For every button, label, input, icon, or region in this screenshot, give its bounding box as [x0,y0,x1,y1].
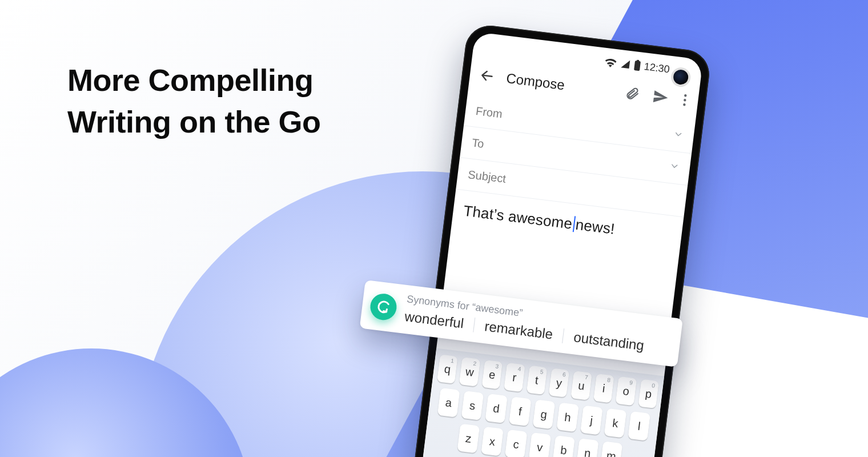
compose-fields: From To Subject [451,94,696,258]
from-label: From [475,105,503,121]
overflow-icon[interactable] [678,90,691,110]
key-e[interactable]: e3 [481,360,503,389]
key-h[interactable]: h [556,402,579,432]
back-icon[interactable] [477,66,497,86]
key-hint: 9 [629,379,633,386]
key-m[interactable]: m [600,441,623,457]
key-c[interactable]: c [505,430,528,457]
key-hint: 6 [562,371,566,378]
wifi-icon [604,57,617,69]
key-y[interactable]: y6 [549,368,570,397]
key-hint: 3 [495,363,499,370]
key-hint: 4 [517,366,521,372]
to-label: To [471,136,485,150]
key-x[interactable]: x [481,427,504,456]
option-separator [562,328,564,343]
svg-point-3 [684,99,686,102]
key-v[interactable]: v [529,432,552,457]
key-hint: 1 [451,358,455,364]
key-hint: 5 [540,368,544,375]
option-separator [473,318,475,332]
key-g[interactable]: g [533,399,556,429]
key-hint: 0 [652,382,656,389]
attachment-icon[interactable] [622,83,642,104]
hero-stage: More Compelling Writing on the Go 12:30 [0,0,868,457]
status-time: 12:30 [644,61,670,75]
key-q[interactable]: q1 [437,354,458,383]
key-s[interactable]: s [461,391,484,420]
key-d[interactable]: d [485,394,508,423]
grammarly-icon[interactable] [369,292,398,321]
svg-point-2 [684,94,687,97]
chevron-down-icon [672,129,684,143]
phone-frame: 12:30 Compose [407,23,712,457]
key-l[interactable]: l [628,411,650,441]
phone-screen: 12:30 Compose [416,32,703,457]
key-k[interactable]: k [604,408,627,438]
key-n[interactable]: n [576,438,599,457]
key-z[interactable]: z [457,424,480,454]
key-r[interactable]: r4 [504,363,525,392]
send-icon[interactable] [650,87,671,107]
key-b[interactable]: b [552,435,575,457]
key-o[interactable]: o9 [616,376,637,406]
signal-icon [620,58,631,70]
key-p[interactable]: p0 [638,379,659,408]
svg-point-4 [683,103,686,106]
synonym-option[interactable]: wonderful [404,308,465,331]
key-u[interactable]: u7 [571,371,592,400]
key-f[interactable]: f [509,396,532,426]
key-i[interactable]: i8 [593,374,614,403]
headline-line-2: Writing on the Go [67,101,320,143]
headline: More Compelling Writing on the Go [67,59,320,143]
suggestion-header-word: “awesome” [471,301,523,319]
key-hint: 2 [473,360,477,367]
headline-line-1: More Compelling [67,59,320,101]
body-text-before: That’s awesome [463,202,573,232]
key-hint: 7 [585,374,589,381]
subject-label: Subject [467,168,507,186]
compose-title: Compose [505,70,614,99]
battery-icon [633,59,641,71]
keyboard[interactable]: q1w2e3r4t5y6u7i8o9p0 asdfghjkl zxcvbnm [416,348,664,457]
chevron-down-icon [668,161,680,175]
key-w[interactable]: w2 [459,357,480,386]
svg-rect-0 [634,61,641,71]
phone-mockup: 12:30 Compose [407,23,712,457]
key-hint: 8 [607,376,611,383]
body-text-after: news! [574,216,616,238]
key-a[interactable]: a [437,388,460,418]
key-t[interactable]: t5 [526,366,547,395]
key-j[interactable]: j [580,406,603,435]
svg-rect-1 [637,59,639,61]
